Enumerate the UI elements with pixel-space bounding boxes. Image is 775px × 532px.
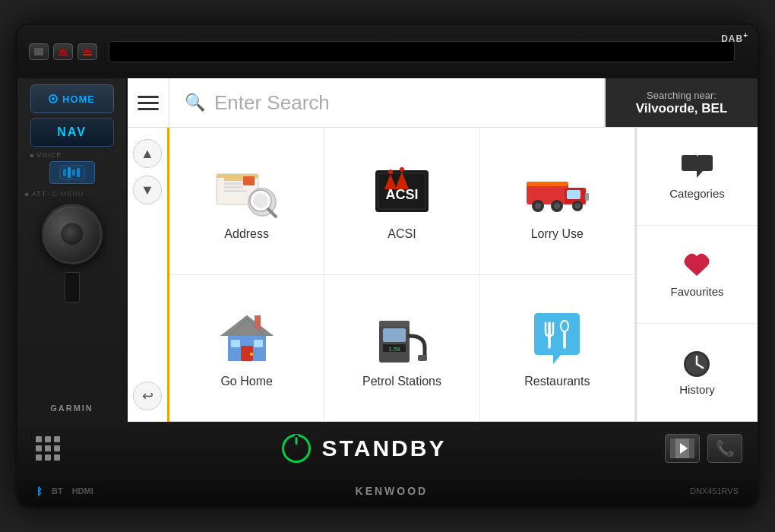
svg-point-38 — [250, 353, 253, 356]
address-label: Address — [224, 227, 269, 241]
bottom-right-controls: 📞 — [665, 434, 742, 463]
screen: 🔍 Enter Search Searching near: Vilvoorde… — [128, 78, 758, 422]
top-controls — [29, 43, 97, 60]
restaurants-button[interactable]: Restaurants — [480, 275, 635, 423]
nav-button[interactable]: NAV — [30, 118, 114, 147]
go-home-icon — [213, 308, 281, 369]
svg-text:1.59: 1.59 — [388, 346, 400, 353]
power-icon — [49, 94, 58, 103]
bottom-bar: STANDBY 📞 — [17, 422, 758, 475]
garmin-logo: GARMIN — [50, 404, 93, 413]
svg-rect-11 — [243, 176, 255, 185]
phone-icon: 📞 — [716, 439, 735, 458]
svg-rect-2 — [68, 167, 71, 178]
search-input-area[interactable]: 🔍 Enter Search — [169, 78, 606, 127]
history-label: History — [679, 383, 715, 396]
restaurants-icon — [523, 308, 591, 369]
cd-slot — [109, 41, 735, 62]
eject-button[interactable] — [53, 43, 73, 60]
svg-rect-49 — [379, 321, 410, 327]
svg-point-22 — [400, 167, 404, 172]
svg-rect-3 — [72, 169, 75, 176]
svg-rect-25 — [567, 190, 580, 199]
media-film-icon — [670, 439, 694, 458]
att-label: ATT — [32, 190, 46, 198]
svg-point-21 — [388, 169, 393, 174]
nav-label: NAV — [57, 125, 87, 139]
standby-button[interactable]: STANDBY — [78, 434, 650, 463]
att-section: ■ ATT C-MENU — [17, 188, 126, 199]
restaurants-label: Restaurants — [524, 375, 590, 388]
svg-point-29 — [554, 203, 560, 209]
petrol-icon: 1.59 — [368, 308, 436, 369]
card-slot — [65, 272, 80, 302]
searching-near-label: Searching near: — [647, 90, 716, 101]
left-panel: HOME NAV VOICE — [17, 78, 128, 422]
svg-rect-33 — [585, 193, 589, 201]
go-home-label: Go Home — [220, 375, 272, 388]
home-button[interactable]: HOME — [30, 84, 114, 113]
top-strip: DAB+ — [17, 25, 758, 78]
address-button[interactable]: Address — [169, 128, 324, 275]
history-button[interactable]: History — [637, 324, 758, 422]
address-icon — [213, 160, 281, 221]
search-placeholder: Enter Search — [214, 91, 330, 115]
svg-point-53 — [561, 321, 568, 331]
device-bottom: ᛒ BT HDMI KENWOOD DNX451RVS — [17, 475, 758, 507]
volume-knob[interactable] — [42, 204, 103, 264]
lorry-use-label: Lorry Use — [531, 227, 584, 241]
svg-rect-45 — [383, 328, 406, 342]
hdmi-label: HDMI — [72, 486, 93, 496]
favourites-button[interactable]: Favourites — [637, 226, 758, 324]
svg-rect-39 — [231, 340, 240, 347]
stop-button[interactable] — [29, 43, 49, 60]
petrol-stations-label: Petrol Stations — [362, 375, 441, 388]
search-icon: 🔍 — [185, 93, 205, 112]
svg-rect-48 — [418, 355, 427, 361]
menu-label: C-MENU — [52, 190, 84, 198]
svg-rect-9 — [224, 186, 243, 188]
main-grid: Address ACSI — [169, 128, 636, 422]
apps-grid-icon — [36, 436, 60, 461]
apps-button[interactable] — [33, 433, 63, 464]
eject2-button[interactable] — [78, 43, 97, 60]
power-circle-icon — [282, 434, 311, 463]
svg-point-27 — [535, 203, 541, 209]
right-sidebar: Categories Favourites — [636, 128, 758, 422]
favourites-label: Favourites — [670, 285, 723, 298]
main-row: HOME NAV VOICE — [17, 78, 758, 422]
svg-rect-32 — [527, 182, 568, 186]
acsi-label: ACSI — [388, 227, 416, 241]
scroll-down-button[interactable]: ▼ — [133, 176, 162, 204]
lorry-use-button[interactable]: Lorry Use — [480, 128, 635, 275]
petrol-stations-button[interactable]: 1.59 Petrol Stations — [324, 275, 479, 423]
scroll-up-button[interactable]: ▲ — [133, 139, 162, 168]
location-box: Searching near: Vilvoorde, BEL — [606, 78, 758, 127]
location-name: Vilvoorde, BEL — [636, 101, 728, 116]
nav-content: ▲ ▼ ↩ — [128, 128, 758, 422]
phone-button[interactable]: 📞 — [707, 434, 742, 463]
svg-rect-1 — [63, 169, 66, 176]
svg-rect-4 — [77, 168, 80, 177]
go-home-button[interactable]: Go Home — [169, 275, 324, 423]
svg-point-14 — [253, 193, 268, 208]
menu-button[interactable] — [128, 78, 169, 127]
acsi-button[interactable]: ACSI ACSI — [324, 128, 479, 275]
dab-badge: DAB+ — [721, 31, 748, 44]
media-button[interactable] — [665, 434, 700, 463]
search-row: 🔍 Enter Search Searching near: Vilvoorde… — [128, 78, 758, 128]
model-number: DNX451RVS — [690, 486, 739, 496]
nav-arrows: ▲ ▼ ↩ — [128, 128, 169, 422]
favourites-icon — [680, 252, 714, 280]
voice-icon[interactable] — [49, 161, 95, 184]
bluetooth-icon: ᛒ — [36, 486, 43, 497]
svg-point-31 — [575, 203, 580, 208]
categories-label: Categories — [669, 187, 725, 200]
device: DAB+ HOME NAV VOICE — [15, 23, 760, 509]
back-button[interactable]: ↩ — [133, 382, 162, 410]
connectivity-labels: ᛒ BT HDMI — [36, 486, 93, 497]
bluetooth-label: BT — [52, 486, 63, 496]
svg-rect-40 — [254, 340, 263, 347]
voice-label: VOICE — [30, 151, 114, 159]
categories-button[interactable]: Categories — [637, 128, 758, 226]
